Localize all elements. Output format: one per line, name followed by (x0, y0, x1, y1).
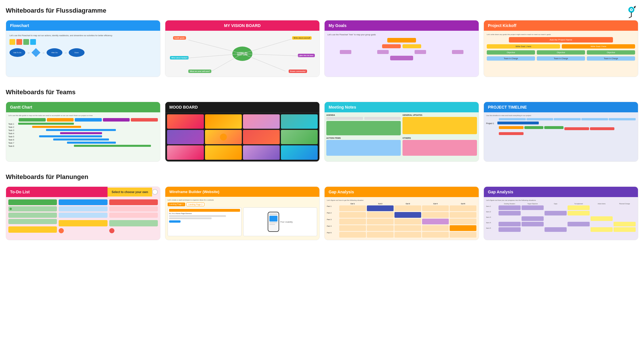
wireframe-tab-1: Landing Page 1 (168, 203, 185, 206)
gap-p-r3-label: Item 3 (486, 216, 498, 221)
vision-body: health goals What about family? Write ab… (165, 31, 319, 77)
kickoff-add-btn: Add the Project Name (509, 37, 613, 43)
meeting-agenda-box (326, 121, 401, 135)
app-logo[interactable] (626, 5, 639, 20)
gap-purple-row-4: Item 4 (486, 222, 636, 226)
card-gap-purple[interactable]: Gap Analysis Let's figure out how you ca… (484, 186, 638, 240)
gap-p-r1c1 (499, 205, 521, 210)
gap-r2c2 (367, 212, 394, 218)
gantt-row-2: Task 2 (8, 126, 158, 128)
gap-p-h6: Planned Change (614, 203, 636, 205)
gap-row2-label: Part 2 (327, 212, 338, 218)
card-todo-list[interactable]: To-Do List Select to choose your own (6, 186, 160, 240)
card-project-kickoff[interactable]: Project Kickoff Let's write down any goa… (484, 20, 638, 77)
gap-r1c4 (422, 205, 449, 211)
card-gantt[interactable]: Gantt Chart Let's use this title guide t… (6, 102, 160, 162)
gap-p-r5c2 (522, 227, 544, 232)
gap-row5-label: Part 5 (327, 232, 338, 238)
sticky-green-1 (23, 39, 29, 45)
meeting-actions-section: ACTION ITEMS (326, 137, 401, 156)
todo-col1-header (8, 199, 57, 205)
gap-r1c3 (394, 205, 421, 211)
gap-p-r5c6 (614, 227, 636, 232)
goals-desc: Let's use the Flowchart "tree" to map yo… (327, 34, 476, 36)
cards-row-teams: Gantt Chart Let's use this title guide t… (6, 102, 638, 162)
mood-img-5 (167, 130, 204, 144)
gap-p-r2c4 (568, 211, 590, 215)
kickoff-body: Let's write down any goals this project … (484, 31, 638, 65)
gap-p-r1c3 (545, 205, 567, 210)
gap-r3c5 (450, 219, 476, 224)
mood-img-9 (167, 145, 204, 160)
section-flussdiagramme: Whiteboards für Flussdiagramme Flowchart… (6, 7, 638, 77)
todo-sub-header: Select to choose your own (108, 188, 152, 197)
arrow-3: → (64, 51, 67, 54)
meeting-updates-box (402, 117, 477, 134)
gap-p-h4: To implement (568, 203, 590, 205)
gap-p-r1c2 (522, 205, 544, 210)
wireframe-body: Let's create a rapid prototype to organi… (165, 197, 319, 238)
todo-avatar-1 (59, 228, 64, 233)
mood-img-1 (167, 114, 204, 129)
todo-item-2 (8, 213, 57, 218)
wireframe-page-1: Hi, I'm a Home Page Element (168, 207, 241, 236)
card-vision-board[interactable]: MY VISION BOARD health goals What about … (165, 20, 320, 77)
gap-r1c5 (450, 205, 476, 211)
gap-p-r2c2 (522, 211, 544, 215)
gap-col5: Col 5 (450, 203, 476, 205)
meeting-actions-title: ACTION ITEMS (326, 137, 401, 139)
todo-item-1 (8, 206, 57, 211)
gap-r3c3 (394, 219, 421, 224)
card-meeting-notes[interactable]: Meeting Notes AGENDA GENERAL UPDATES (324, 102, 479, 162)
kickoff-obj-3: Objective (587, 50, 635, 55)
card-project-timeline[interactable]: PROJECT TIMELINE Use this timeline to vi… (484, 102, 638, 162)
meeting-header: Meeting Notes (325, 102, 479, 112)
gap-purple-body: Let's figure out how you can progress in… (484, 197, 638, 234)
mood-img-8 (281, 130, 318, 144)
gap-r2c1 (339, 212, 366, 218)
gap-p-r4-label: Item 4 (486, 222, 498, 226)
wireframe-desc: Let's create a rapid prototype to organi… (168, 199, 317, 201)
gap-p-h5: Action items (591, 203, 613, 205)
card-mood-board[interactable]: MOOD BOARD (165, 102, 320, 162)
gap-p-r4c3 (545, 222, 567, 226)
gap-p-r4c5 (591, 222, 613, 226)
gap-r1c1 (339, 205, 366, 211)
gap-p-r1c5 (591, 205, 613, 210)
todo-col2-header (59, 199, 107, 205)
gap-p-h1: Existing Situation (499, 203, 521, 205)
svg-point-2 (631, 9, 632, 10)
section-title-teams: Whiteboards für Teams (6, 88, 638, 96)
gantt-desc: Let's use this title guide to map out th… (8, 115, 158, 116)
kickoff-obj-2: Objective (537, 50, 585, 55)
gap-p-r2c6 (614, 211, 636, 215)
mood-img-11 (243, 145, 280, 160)
gap-col4: Col 4 (422, 203, 449, 205)
kickoff-charge-2: Team in Charge (537, 56, 585, 61)
card-gap-orange[interactable]: Gap Analysis Let's figure out how to get… (324, 186, 479, 240)
flow-shapes: Add To Do → → After Do → (9, 39, 157, 57)
gap-purple-row-1: Item 1 (486, 205, 636, 210)
gap-p-r2c1 (499, 211, 521, 215)
todo-check-1 (9, 208, 12, 210)
card-wireframe[interactable]: Wireframe Builder (Website) Let's create… (165, 186, 320, 240)
gap-row1-label: Part 1 (327, 205, 338, 211)
todo-col3-header (109, 199, 158, 205)
gap-header-empty (327, 203, 338, 205)
page-container: Whiteboards für Flussdiagramme Flowchart… (0, 0, 644, 259)
mood-img-2 (205, 114, 242, 129)
gap-purple-row-2: Item 2 (486, 211, 636, 215)
gap-r2c4 (422, 212, 449, 218)
gap-p-r3c6 (614, 216, 636, 221)
timeline-row-1: Project 1 (486, 122, 636, 125)
gap-r5c1 (339, 232, 366, 238)
gap-r3c1 (339, 219, 366, 224)
gap-purple-row-3: Item 3 (486, 216, 636, 221)
gap-r3c4 (422, 219, 449, 224)
mood-img-6 (205, 130, 242, 144)
card-my-goals[interactable]: My Goals Let's use the Flowchart "tree" … (324, 20, 479, 77)
gap-r1c2 (367, 205, 394, 211)
card-flowchart[interactable]: Flowchart Let's use this Flowchart to ma… (6, 20, 160, 77)
gap-p-r2c3 (545, 211, 567, 215)
kickoff-desc: Let's write down any goals this project … (487, 34, 635, 35)
